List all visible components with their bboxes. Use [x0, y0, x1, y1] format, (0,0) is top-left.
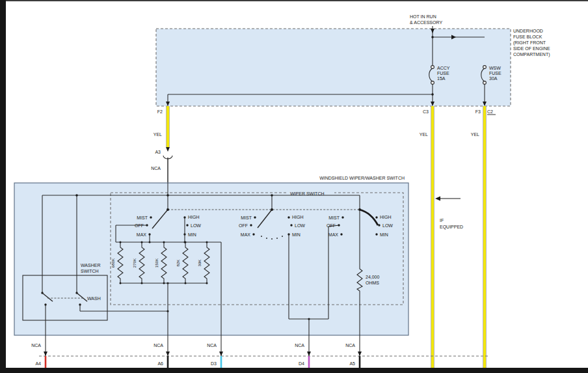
fuse-block-label-line3: (RIGHT FRONT	[513, 40, 546, 46]
pin-a6-label: A6	[157, 361, 163, 366]
position-label-min: MIN	[292, 232, 301, 237]
wire-color-label: YEL	[154, 132, 162, 137]
accy-fuse-label-line2: FUSE	[437, 71, 449, 76]
fuse-block-label-line1: UNDERHOOD	[513, 29, 543, 33]
connector-arrow-icon	[44, 352, 47, 356]
junction-dot	[431, 36, 434, 38]
if-equipped-label-line2: EQUIPPED	[440, 225, 463, 230]
position-label-max: MAX	[328, 232, 339, 237]
position-label-off: OFF	[239, 223, 248, 228]
wire-color-label: YEL	[420, 132, 428, 137]
position-label-min: MIN	[188, 232, 196, 237]
position-label-mist: MIST	[328, 215, 340, 220]
position-label-high: HIGH	[292, 215, 304, 219]
wire-color-label: YEL	[471, 132, 479, 137]
pin-d4-label: D4	[299, 361, 304, 366]
connector-arrow-icon	[358, 352, 362, 356]
wire-color-label: NCA	[207, 343, 217, 348]
resistor-value-label: 39K	[197, 259, 202, 267]
wire-color-label: NCA	[154, 343, 163, 348]
resistor-value-label: 150K	[154, 258, 159, 268]
position-label-mist: MIST	[241, 215, 252, 220]
if-equipped-note: IF EQUIPPED	[435, 197, 463, 230]
power-source-label-line2: & ACCESSORY	[410, 20, 442, 25]
position-label-mist: MIST	[137, 215, 148, 220]
resistor-value-label: 82K	[176, 259, 180, 267]
resistor-value-label: 270K	[132, 258, 137, 268]
wire-color-label: NCA	[31, 343, 41, 348]
pin-a5-label: A5	[349, 361, 355, 366]
connector-arrow-icon	[219, 352, 223, 356]
fuse-block-label-line5: COMPARTMENT)	[513, 52, 550, 57]
connector-arrow-icon	[166, 147, 170, 152]
accy-fuse-label-line3: 15A	[437, 76, 446, 81]
wsw-fuse-label-line3: 30A	[489, 76, 498, 81]
accy-fuse-label-line1: ACCY	[437, 66, 450, 70]
position-label-max: MAX	[241, 232, 251, 237]
pin-a4-label: A4	[35, 361, 41, 366]
pointer-arrow-icon	[435, 197, 440, 201]
top-border	[0, 0, 588, 1]
bottom-connector-row: NCA NCA NCA NCA NCA A4 A6 D3 D4 A5	[31, 343, 488, 368]
position-label-low: LOW	[191, 223, 201, 228]
ohms-resistor-label-line1: 24,000	[366, 275, 380, 279]
fuse-block-label-line4: SIDE OF ENGINE	[513, 46, 550, 51]
position-label-high: HIGH	[188, 215, 200, 219]
bottom-border	[0, 368, 588, 373]
wire-color-label: NCA	[295, 343, 304, 348]
position-label-low: LOW	[382, 223, 393, 228]
resistor-value-label: 680K	[111, 258, 115, 268]
pin-c2-label: C2	[487, 109, 493, 114]
wire-color-label: NCA	[345, 343, 355, 348]
wsw-fuse-label-line2: FUSE	[489, 71, 501, 76]
connector-a3-label: A3	[155, 150, 161, 154]
connector-arrow-icon	[307, 352, 311, 356]
position-label-min: MIN	[380, 232, 388, 237]
wiper-washer-wiring-diagram: HOT IN RUN & ACCESSORY ACCY FUSE 15A WSW…	[0, 0, 588, 373]
pin-d3-label: D3	[211, 361, 217, 366]
fuse-block-label-line2: FUSE BLOCK	[513, 35, 542, 39]
wiper-washer-switch-assembly: WINDSHIELD WIPER/WASHER SWITCH WIPER SWI…	[14, 176, 408, 356]
inline-connector-a3: A3 NCA	[151, 147, 172, 183]
wiring-diagram-page: HOT IN RUN & ACCESSORY ACCY FUSE 15A WSW…	[0, 0, 588, 373]
pin-c3-label: C3	[423, 109, 429, 114]
washer-switch-label-line2: SWITCH	[81, 269, 99, 273]
assembly-box	[14, 183, 408, 335]
pin-f2-label: F2	[157, 109, 163, 114]
underhood-fuse-block: HOT IN RUN & ACCESSORY ACCY FUSE 15A WSW…	[156, 14, 550, 115]
connector-arrow-icon	[166, 352, 170, 356]
wire-color-label: NCA	[151, 166, 161, 171]
washer-switch-label-line1: WASHER	[81, 263, 100, 268]
assembly-title: WINDSHIELD WIPER/WASHER SWITCH	[319, 176, 405, 180]
if-equipped-label-line1: IF	[440, 218, 444, 223]
pin-f3-label: F3	[475, 109, 481, 114]
wsw-fuse-label-line1: WSW	[489, 66, 501, 70]
wash-position-label: WASH	[87, 296, 101, 301]
ohms-resistor-label-line2: OHMS	[366, 281, 379, 285]
position-label-high: HIGH	[380, 215, 392, 219]
position-label-low: LOW	[295, 223, 305, 228]
position-label-max: MAX	[137, 232, 147, 237]
power-source-label-line1: HOT IN RUN	[410, 14, 436, 19]
left-border	[0, 0, 6, 373]
